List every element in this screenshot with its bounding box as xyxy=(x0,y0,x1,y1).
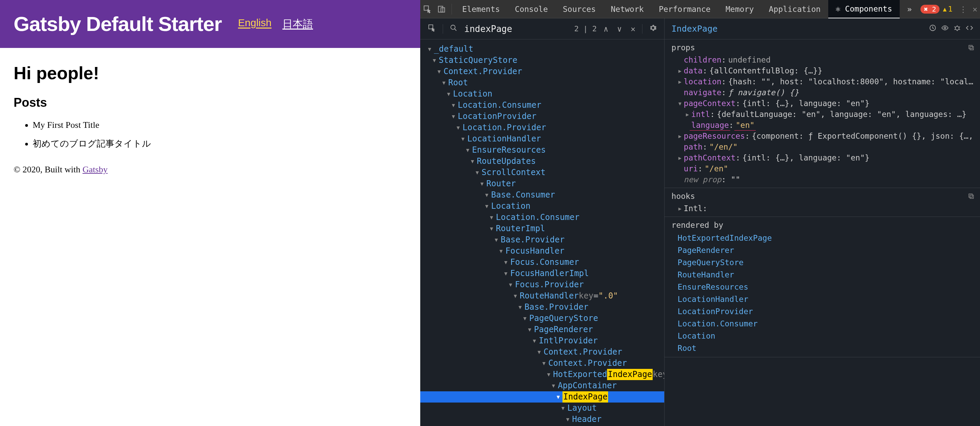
rendered-by-item[interactable]: HotExportedIndexPage xyxy=(671,232,973,244)
tree-node[interactable]: ▾StaticQueryStore xyxy=(420,55,664,66)
tree-node[interactable]: ▾Context.Provider xyxy=(420,358,664,369)
hooks-section: hooks ▸Intl: xyxy=(665,188,980,217)
rendered-by-item[interactable]: LocationProvider xyxy=(671,305,973,318)
tree-node[interactable]: ▾Location xyxy=(420,201,664,212)
tree-node[interactable]: ▾Focus.Consumer xyxy=(420,257,664,268)
tree-node[interactable]: ▾IndexPage xyxy=(420,391,664,402)
section-heading: hooks xyxy=(671,191,973,202)
tree-node[interactable]: ▾RouteUpdates xyxy=(420,156,664,167)
eye-icon[interactable] xyxy=(941,24,949,33)
component-tree[interactable]: ▾_default▾StaticQueryStore▾Context.Provi… xyxy=(420,40,664,426)
prop-row[interactable]: children: undefined xyxy=(671,54,973,65)
tree-node[interactable]: ▾Base.Provider xyxy=(420,302,664,313)
inspect-element-icon[interactable] xyxy=(420,0,434,18)
section-heading: props xyxy=(671,42,973,53)
rendered-by-item[interactable]: EnsureResources xyxy=(671,281,973,293)
tree-node[interactable]: ▾EnsureResources xyxy=(420,144,664,156)
tree-node[interactable]: ▾LocationHandler xyxy=(420,133,664,144)
section-heading: rendered by xyxy=(671,220,973,231)
tab-performance[interactable]: Performance xyxy=(651,0,718,18)
prop-row[interactable]: ▸pathContext: {intl: {…}, language: "en"… xyxy=(671,152,973,163)
copy-icon[interactable] xyxy=(968,192,975,202)
tree-node[interactable]: ▾Layout xyxy=(420,402,664,414)
tree-node[interactable]: ▾PageQueryStore xyxy=(420,313,664,324)
select-element-icon[interactable] xyxy=(426,24,438,34)
view-source-icon[interactable] xyxy=(966,24,973,33)
prop-row[interactable]: ▸location: {hash: "", host: "localhost:8… xyxy=(671,76,973,87)
warning-badge[interactable]: 1 xyxy=(943,5,953,13)
tab-sources[interactable]: Sources xyxy=(555,0,603,18)
gatsby-link[interactable]: Gatsby xyxy=(83,165,108,174)
tree-node[interactable]: ▾FocusHandler xyxy=(420,245,664,257)
tree-node[interactable]: ▾AppContainer xyxy=(420,380,664,391)
tab-console[interactable]: Console xyxy=(508,0,555,18)
rendered-by-item[interactable]: Root xyxy=(671,342,973,354)
divider xyxy=(642,24,643,34)
rendered-by-item[interactable]: LocationHandler xyxy=(671,293,973,305)
tree-node[interactable]: ▾Location xyxy=(420,89,664,100)
prop-row[interactable]: navigate: ƒ navigate() {} xyxy=(671,87,973,98)
tree-node[interactable]: ▾Location.Consumer xyxy=(420,100,664,111)
tree-node[interactable]: ▾RouteHandler key=".0" xyxy=(420,290,664,302)
rendered-by-item[interactable]: RouteHandler xyxy=(671,269,973,281)
search-input[interactable]: indexPage xyxy=(464,24,569,34)
prop-row[interactable]: path: "/en/" xyxy=(671,141,973,152)
kebab-menu-icon[interactable]: ⋮ xyxy=(956,0,970,18)
tree-node[interactable]: ▾FocusHandlerImpl xyxy=(420,268,664,279)
list-item[interactable]: My First Post Title xyxy=(33,120,407,130)
selected-component-name: IndexPage xyxy=(671,24,717,34)
gear-icon[interactable] xyxy=(647,24,659,33)
tab-elements[interactable]: Elements xyxy=(455,0,508,18)
prop-row[interactable]: ▸data: {allContentfulBlog: {…}} xyxy=(671,65,973,76)
tree-node[interactable]: ▾Focus.Provider xyxy=(420,279,664,290)
list-item[interactable]: 初めてのブログ記事タイトル xyxy=(33,138,407,150)
tree-node[interactable]: ▾ScrollContext xyxy=(420,167,664,178)
tree-node[interactable]: ▾LocationProvider xyxy=(420,111,664,122)
prop-row[interactable]: new prop : "" xyxy=(671,174,973,185)
tab-more[interactable]: » xyxy=(900,0,920,18)
gatsby-page: Gatsby Default Starter English 日本語 Hi pe… xyxy=(0,0,420,426)
suspend-icon[interactable] xyxy=(929,24,937,33)
tree-node[interactable]: ▾RouterImpl xyxy=(420,223,664,234)
prop-row[interactable]: language: "en" xyxy=(671,120,973,131)
rendered-by-item[interactable]: PageQueryStore xyxy=(671,257,973,269)
svg-point-7 xyxy=(956,26,959,30)
tab-components[interactable]: ⚛ Components xyxy=(828,0,900,18)
tree-node[interactable]: ▾Context.Provider xyxy=(420,347,664,358)
bug-icon[interactable] xyxy=(953,24,961,33)
device-toggle-icon[interactable] xyxy=(434,0,449,18)
page-body: Hi people! Posts My First Post Title 初めて… xyxy=(0,48,420,190)
tree-node[interactable]: ▾IntlProvider xyxy=(420,335,664,347)
prev-result-icon[interactable]: ∧ xyxy=(601,24,611,33)
tree-node[interactable]: ▾Context.Provider xyxy=(420,66,664,77)
rendered-by-item[interactable]: Location.Consumer xyxy=(671,318,973,330)
tree-node[interactable]: ▾Router xyxy=(420,178,664,189)
tree-node[interactable]: ▾PageRenderer xyxy=(420,324,664,335)
copy-icon[interactable] xyxy=(968,43,975,54)
rendered-by-item[interactable]: Location xyxy=(671,330,973,342)
tab-application[interactable]: Application xyxy=(761,0,828,18)
clear-search-icon[interactable]: ✕ xyxy=(628,24,637,33)
lang-english-link[interactable]: English xyxy=(238,17,272,31)
prop-row[interactable]: uri: "/en" xyxy=(671,163,973,174)
tree-node[interactable]: ▾Location.Consumer xyxy=(420,212,664,223)
tree-node[interactable]: ▾Root xyxy=(420,77,664,89)
error-badge[interactable]: ✖ 2 xyxy=(920,5,940,14)
next-result-icon[interactable]: ∨ xyxy=(615,24,624,33)
tree-node[interactable]: ▾Header xyxy=(420,414,664,425)
tree-node[interactable]: ▾Base.Consumer xyxy=(420,189,664,201)
prop-row[interactable]: ▸intl: {defaultLanguage: "en", language:… xyxy=(671,109,973,120)
tab-network[interactable]: Network xyxy=(603,0,651,18)
tree-node[interactable]: ▾Base.Provider xyxy=(420,234,664,245)
hook-row[interactable]: ▸Intl: xyxy=(671,203,973,214)
prop-row[interactable]: ▾pageContext: {intl: {…}, language: "en"… xyxy=(671,98,973,109)
tree-node[interactable]: ▾Location.Provider xyxy=(420,122,664,133)
tab-memory[interactable]: Memory xyxy=(718,0,761,18)
lang-japanese-link[interactable]: 日本語 xyxy=(282,17,313,31)
rendered-by-item[interactable]: PageRenderer xyxy=(671,244,973,257)
close-icon[interactable]: ✕ xyxy=(970,0,980,18)
prop-row[interactable]: ▸pageResources: {component: ƒ ExportedCo… xyxy=(671,131,973,141)
tree-node[interactable]: ▾HotExportedIndexPage key="/en/" xyxy=(420,369,664,380)
page-header: Gatsby Default Starter English 日本語 xyxy=(0,0,420,48)
tree-node[interactable]: ▾_default xyxy=(420,44,664,55)
